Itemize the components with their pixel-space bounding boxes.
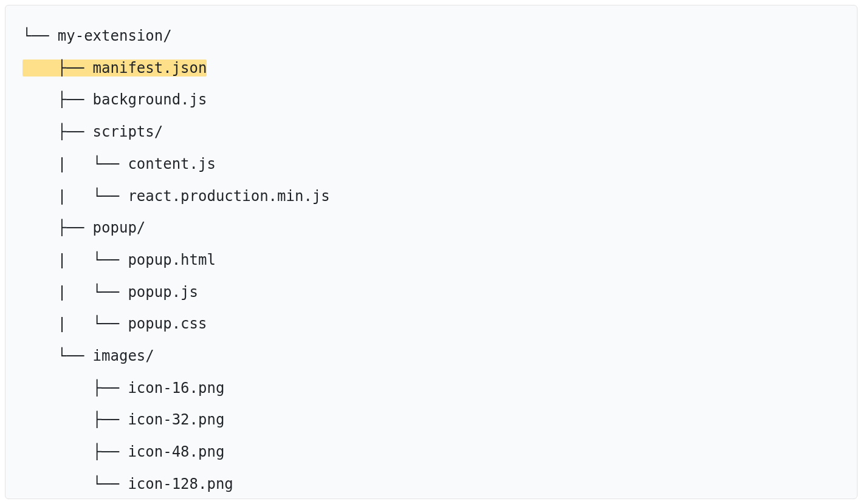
tree-label: content.js [128,155,216,172]
tree-line: └── my-extension/ [22,20,840,52]
tree-line-content: ├── scripts/ [22,123,163,140]
tree-line-content: ├── popup/ [22,219,145,236]
tree-prefix: ├── [22,443,128,460]
tree-label: my-extension/ [58,27,172,44]
tree-label: icon-32.png [128,411,224,428]
tree-line: └── images/ [22,340,840,372]
tree-prefix: | └── [22,315,128,332]
tree-label: popup/ [93,219,146,236]
tree-prefix: ├── [22,91,93,108]
tree-line: ├── background.js [22,84,840,116]
tree-label: popup.css [128,315,207,332]
tree-line: ├── icon-16.png [22,372,840,404]
tree-prefix: | └── [22,188,128,205]
tree-line-content: └── my-extension/ [22,27,172,44]
tree-line: | └── popup.css [22,308,840,340]
tree-prefix: | └── [22,251,128,268]
tree-label: images/ [93,347,154,364]
tree-line-content: | └── content.js [22,155,216,172]
tree-prefix: └── [22,347,93,364]
tree-prefix: └── [22,27,58,44]
tree-line-content: ├── background.js [22,91,207,108]
tree-label: manifest.json [93,60,207,77]
tree-line: | └── react.production.min.js [22,180,840,213]
tree-line-content: | └── popup.html [22,251,216,268]
tree-line-content: ├── icon-48.png [22,443,224,460]
tree-prefix: | └── [22,284,128,301]
tree-prefix: ├── [22,219,93,236]
tree-line: └── icon-128.png [22,468,840,499]
tree-line-content: └── icon-128.png [22,475,233,492]
tree-line-content: ├── manifest.json [22,60,207,77]
tree-prefix: ├── [22,60,93,77]
tree-line: ├── manifest.json [22,52,840,84]
tree-prefix: └── [22,475,128,492]
tree-label: popup.js [128,284,198,301]
tree-prefix: ├── [22,411,128,428]
tree-line-content: | └── react.production.min.js [22,188,330,205]
tree-label: icon-48.png [128,443,224,460]
tree-prefix: ├── [22,123,93,140]
tree-line: ├── popup/ [22,212,840,244]
tree-line-content: | └── popup.css [22,315,207,332]
tree-line-content: ├── icon-16.png [22,380,224,397]
tree-line: ├── icon-32.png [22,404,840,436]
tree-label: icon-128.png [128,475,233,492]
file-tree-code-block: └── my-extension/ ├── manifest.json ├── … [5,5,858,499]
tree-line: | └── popup.html [22,244,840,276]
tree-label: popup.html [128,251,216,268]
tree-line: ├── icon-48.png [22,436,840,468]
tree-label: scripts/ [93,123,163,140]
tree-prefix: ├── [22,380,128,397]
tree-line-content: ├── icon-32.png [22,411,224,428]
tree-line: ├── scripts/ [22,116,840,148]
tree-line-content: └── images/ [22,347,154,364]
tree-line-content: | └── popup.js [22,284,198,301]
tree-prefix: | └── [22,155,128,172]
tree-line: | └── content.js [22,148,840,180]
tree-label: react.production.min.js [128,188,329,205]
tree-label: icon-16.png [128,380,224,397]
tree-line: | └── popup.js [22,276,840,308]
tree-label: background.js [93,91,207,108]
